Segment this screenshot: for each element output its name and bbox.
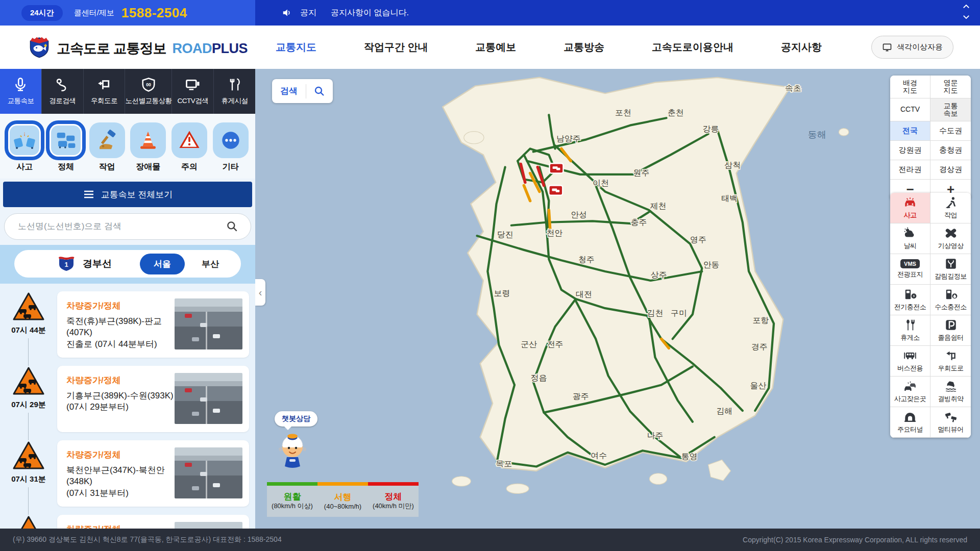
incident-card[interactable]: 차량증가/정체 bbox=[57, 515, 249, 529]
region-chungcheong-button[interactable]: 충청권 bbox=[930, 141, 971, 160]
city-label-태백: 태백 bbox=[721, 194, 738, 203]
layer-toggle-작업[interactable]: 작업 bbox=[930, 193, 971, 223]
direction-button-서울[interactable]: 서울 bbox=[140, 254, 185, 274]
main-nav: 교통지도작업구간 안내교통예보교통방송고속도로이용안내공지사항 bbox=[276, 26, 822, 69]
incident-description: 북천안부근(347K)-북천안(348K)(07시 31분부터) bbox=[66, 465, 175, 499]
city-label-충주: 충주 bbox=[631, 218, 647, 227]
cctv-thumbnail[interactable] bbox=[175, 373, 242, 424]
search-icon[interactable] bbox=[226, 220, 239, 235]
colorblind-mode-button[interactable]: 색각이상자용 bbox=[871, 36, 953, 59]
nav-item-2[interactable]: 작업구간 안내 bbox=[364, 40, 428, 54]
incident-card[interactable]: 차량증가/정체기흥부근(389K)-수원(393K)(07시 29분부터) bbox=[57, 366, 249, 432]
event-filter-사고[interactable]: 사고 bbox=[7, 122, 42, 172]
traffic-map[interactable]: 속초포천춘천강릉남양주삼척원주이천태백제천안성충주천안당진영주청주안동상주보령대… bbox=[255, 69, 980, 529]
chevron-down-icon[interactable] bbox=[962, 12, 971, 21]
nav-item-1[interactable]: 교통지도 bbox=[276, 40, 316, 54]
view-all-button[interactable]: 교통속보 전체보기 bbox=[3, 182, 252, 207]
traffic-news-button[interactable]: 교통 속보 bbox=[930, 98, 971, 121]
chatbot-bubble[interactable]: 챗봇상담 bbox=[275, 411, 317, 427]
event-filter-정체[interactable]: 정체 bbox=[48, 122, 84, 172]
layer-toggle-전기충전소[interactable]: 전기충전소 bbox=[890, 285, 930, 315]
footer-copyright: Copyright(C) 2015 Korea Expressway Corpo… bbox=[743, 536, 967, 544]
city-label-전주: 전주 bbox=[547, 340, 564, 348]
region-jeolla-button[interactable]: 전라권 bbox=[890, 160, 930, 180]
accident-marker-icon[interactable] bbox=[549, 186, 562, 195]
cctv-thumbnail[interactable] bbox=[175, 447, 242, 498]
event-filter-기타[interactable]: 기타 bbox=[213, 122, 249, 172]
event-filter-label: 장애물 bbox=[136, 162, 160, 172]
english-map-button[interactable]: 영문 지도 bbox=[930, 76, 971, 98]
multiviewer-icon bbox=[944, 410, 958, 423]
layer-toggle-졸음쉼터[interactable]: 졸음쉼터 bbox=[930, 315, 971, 346]
layer-toggle-기상영상[interactable]: 기상영상 bbox=[930, 223, 971, 254]
highway-segment[interactable] bbox=[549, 210, 550, 230]
detour-icon bbox=[96, 77, 112, 92]
nav-item-6[interactable]: 공지사항 bbox=[781, 40, 822, 54]
city-label-포항: 포항 bbox=[752, 316, 769, 324]
nav-item-3[interactable]: 교통예보 bbox=[475, 40, 516, 54]
route-search-input[interactable] bbox=[4, 213, 251, 240]
sidebar-tab-label: 우회도로 bbox=[91, 96, 117, 106]
legend-color-strip bbox=[267, 482, 317, 486]
cctv-thumbnail[interactable] bbox=[175, 522, 242, 529]
layer-toggle-휴게소[interactable]: 휴게소 bbox=[890, 315, 930, 346]
sidebar-tab-우회도로[interactable]: 우회도로 bbox=[84, 69, 126, 114]
layer-toggle-멀티뷰어[interactable]: 멀티뷰어 bbox=[930, 407, 971, 438]
panel-collapse-handle[interactable]: ‹ bbox=[255, 279, 265, 306]
bg-map-button[interactable]: 배경 지도 bbox=[890, 76, 930, 98]
accident-icon bbox=[7, 122, 42, 158]
speed-legend: 원활(80km/h 이상)서행(40~80km/h)정체(40km/h 미만) bbox=[267, 482, 419, 517]
incident-card[interactable]: 차량증가/정체죽전(휴)부근(398K)-판교(407K)진출로 (07시 44… bbox=[57, 291, 249, 358]
incident-time: 07시 31분 bbox=[10, 474, 47, 485]
region-sudogwon-button[interactable]: 수도권 bbox=[930, 121, 971, 141]
event-filter-작업[interactable]: 작업 bbox=[89, 122, 125, 172]
footer: (우) 39660 경상북도 김천시 혁신8로 77(율곡동, 한국도로공사) … bbox=[0, 529, 980, 551]
layer-label: 주요터널 bbox=[897, 425, 923, 434]
sidebar-tab-CCTV검색[interactable]: CCTV검색 bbox=[172, 69, 214, 114]
city-label-목포: 목포 bbox=[496, 460, 512, 468]
phone-number: 1588-2504 bbox=[121, 5, 187, 21]
sidebar-tab-경로검색[interactable]: 경로검색 bbox=[42, 69, 84, 114]
layer-toggle-사고[interactable]: 사고 bbox=[890, 193, 930, 223]
accident-marker-icon[interactable] bbox=[550, 163, 564, 173]
region-gangwon-button[interactable]: 강원권 bbox=[890, 141, 930, 160]
direction-button-부산[interactable]: 부산 bbox=[188, 254, 233, 274]
notice-bar: 공지 공지사항이 없습니다. bbox=[282, 0, 409, 26]
mascot-character[interactable] bbox=[276, 430, 346, 471]
layer-toggle-사고잦은곳[interactable]: 사고잦은곳 bbox=[890, 377, 930, 407]
nav-item-4[interactable]: 교통방송 bbox=[564, 40, 604, 54]
sidebar-tab-노선별교통상황[interactable]: 00노선별교통상황 bbox=[125, 69, 172, 114]
event-filter-장애물[interactable]: 장애물 bbox=[130, 122, 166, 172]
chatbot-widget[interactable]: 챗봇상담 bbox=[275, 411, 346, 471]
incident-card[interactable]: 차량증가/정체북천안부근(347K)-북천안(348K)(07시 31분부터) bbox=[57, 440, 249, 507]
layer-toggle-갈림길정보[interactable]: 갈림길정보 bbox=[930, 254, 971, 285]
cctv-thumbnail[interactable] bbox=[175, 298, 242, 349]
layer-label: 멀티뷰어 bbox=[938, 425, 964, 434]
layer-toggle-우회도로[interactable]: 우회도로 bbox=[930, 346, 971, 377]
legend-range: (80km/h 이상) bbox=[272, 502, 313, 511]
layer-toggle-주요터널[interactable]: 주요터널 bbox=[890, 407, 930, 438]
city-label-김천: 김천 bbox=[647, 309, 664, 317]
sidebar-tab-휴게시설[interactable]: 휴게시설 bbox=[214, 69, 255, 114]
layer-toggle-날씨[interactable]: 날씨 bbox=[890, 223, 930, 254]
map-search-button[interactable]: 검색 bbox=[272, 79, 333, 103]
chevron-up-icon[interactable] bbox=[962, 2, 971, 11]
sidebar-tab-label: 교통속보 bbox=[7, 96, 34, 106]
rest-area-icon bbox=[903, 318, 917, 332]
top-bar: 24시간 콜센터/제보 1588-2504 공지 공지사항이 없습니다. bbox=[0, 0, 980, 26]
region-gyeongsang-button[interactable]: 경상권 bbox=[930, 160, 971, 180]
layer-toggle-결빙취약[interactable]: 결빙취약 bbox=[930, 377, 971, 407]
logo[interactable]: 고속도로 교통정보 ROADPLUS bbox=[28, 36, 248, 61]
event-filter-주의[interactable]: 주의 bbox=[172, 122, 207, 172]
layer-toggle-전광표지[interactable]: VMS전광표지 bbox=[890, 254, 930, 285]
layer-toggle-버스전용[interactable]: 버스전용 bbox=[890, 346, 930, 377]
route-selector: 1 경부선 서울부산 bbox=[0, 245, 255, 284]
cctv-icon bbox=[185, 77, 201, 92]
nav-item-5[interactable]: 고속도로이용안내 bbox=[652, 40, 733, 54]
city-label-원주: 원주 bbox=[633, 168, 650, 177]
city-label-대전: 대전 bbox=[576, 290, 592, 299]
cctv-button[interactable]: CCTV bbox=[890, 98, 930, 121]
layer-toggle-수소충전소[interactable]: 수소충전소 bbox=[930, 285, 971, 315]
sidebar-tab-교통속보[interactable]: 교통속보 bbox=[0, 69, 42, 114]
region-nationwide-button[interactable]: 전국 bbox=[890, 121, 930, 141]
